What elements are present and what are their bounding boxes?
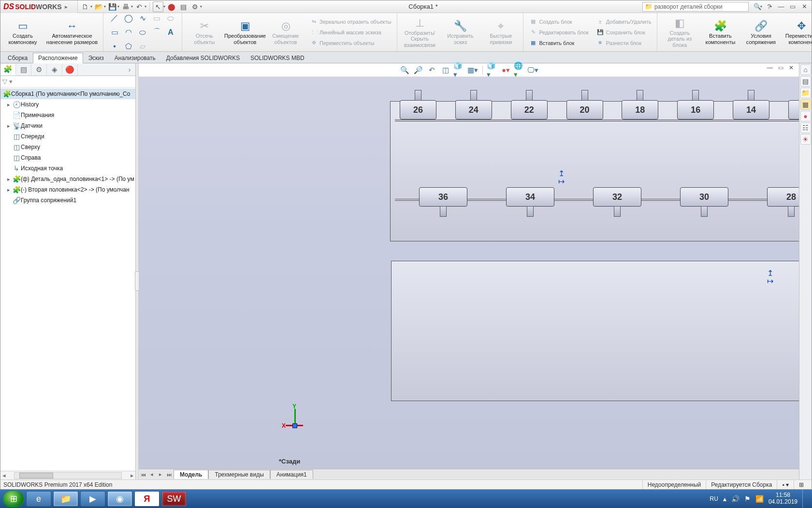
tab-nav-next[interactable]: ▸ bbox=[156, 471, 165, 478]
taskbar-solidworks[interactable]: SW bbox=[161, 491, 187, 507]
zoom-area-button[interactable]: 🔎 bbox=[413, 65, 424, 75]
save-button[interactable]: 💾 bbox=[107, 1, 117, 12]
status-unit-button[interactable]: ▪ ▾ bbox=[777, 480, 794, 489]
tree-item[interactable]: ▸🧩(ф) Деталь_одна_половинка<1> -> (По ум bbox=[0, 174, 135, 184]
section-view-button[interactable]: ◫ bbox=[440, 65, 451, 75]
tree-item[interactable]: ▸🕘History bbox=[0, 99, 135, 110]
tab-nav-first[interactable]: ⏮ bbox=[139, 472, 147, 478]
tree-item[interactable]: ◫Справа bbox=[0, 152, 135, 163]
resources-tab[interactable]: ▤ bbox=[800, 76, 811, 87]
mdi-min-button[interactable]: — bbox=[765, 63, 775, 72]
line-icon[interactable]: ／ bbox=[108, 12, 121, 25]
rebuild-button[interactable]: ⬤ bbox=[166, 1, 177, 12]
save-block-button[interactable]: 💾Сохранить блок bbox=[594, 28, 653, 37]
move-entities-button[interactable]: ✥Переместить объекты bbox=[308, 38, 393, 48]
model-canvas[interactable]: 2624222018161412 ↥↦ 3634323028 ↥↦ Y X *С… bbox=[139, 77, 799, 469]
insert-block-button[interactable]: ▦Вставить блок bbox=[527, 38, 590, 48]
make-part-button[interactable]: ◧Создать деталь из блока bbox=[659, 13, 700, 51]
spline-icon[interactable]: ∿ bbox=[136, 12, 149, 25]
new-file-button[interactable]: 🗋 bbox=[80, 1, 90, 12]
tree-item[interactable]: ↳Исходная точка bbox=[0, 163, 135, 174]
forum-tab[interactable]: ☀ bbox=[800, 134, 811, 145]
select-button[interactable]: ↖ bbox=[153, 1, 163, 12]
tree-item[interactable]: 📄Примечания bbox=[0, 110, 135, 120]
help-button[interactable]: ?▾ bbox=[764, 2, 775, 12]
tree-item[interactable]: 🔗Группа сопряжений1 bbox=[0, 195, 135, 206]
create-layout-button[interactable]: ▭ Создать компоновку bbox=[2, 13, 43, 51]
taskbar-yandex[interactable]: Я bbox=[134, 491, 160, 507]
slot-icon[interactable]: ⬭ bbox=[164, 12, 177, 25]
appearances-tab[interactable]: ● bbox=[800, 111, 811, 121]
taskbar-chrome[interactable]: ◉ bbox=[107, 491, 132, 507]
tree-item[interactable]: ▸📡Датчики bbox=[0, 120, 135, 131]
tree-root[interactable]: 🧩 Сборка1 (По умолчанию<По умолчанию_Со bbox=[0, 89, 135, 99]
cm-tab-2[interactable]: Эскиз bbox=[83, 53, 109, 63]
mates-button[interactable]: 🔗Условия сопряжения bbox=[740, 13, 781, 51]
appearance-button[interactable]: ●▾ bbox=[500, 65, 512, 75]
text-icon[interactable]: A bbox=[164, 26, 177, 39]
cm-tab-1[interactable]: Расположение bbox=[33, 53, 83, 63]
options-button[interactable]: ▤ bbox=[178, 1, 188, 12]
feature-tree-tab[interactable]: 🧩 bbox=[0, 64, 16, 75]
make-block-button[interactable]: ▦Создать блок bbox=[527, 17, 590, 27]
taskbar-explorer[interactable]: 📁 bbox=[53, 491, 78, 507]
tray-up-icon[interactable]: ▴ bbox=[723, 495, 726, 503]
tray-clock[interactable]: 11:58 04.01.2019 bbox=[768, 492, 798, 506]
scene-button[interactable]: 🌐▾ bbox=[514, 65, 525, 75]
arc-icon[interactable]: ◠ bbox=[122, 26, 135, 39]
view-palette-tab[interactable]: ▦ bbox=[800, 99, 811, 110]
tray-volume-icon[interactable]: 🔊 bbox=[731, 495, 740, 503]
start-button[interactable]: ⊞ bbox=[3, 491, 24, 507]
taskbar-ie[interactable]: e bbox=[26, 491, 51, 507]
doc-tab-1[interactable]: Трехмерные виды bbox=[208, 470, 270, 479]
quick-snaps-button[interactable]: ⌖Быстрые привязки bbox=[480, 13, 521, 51]
library-tab[interactable]: 📁 bbox=[800, 88, 811, 98]
prev-view-button[interactable]: ↶ bbox=[426, 65, 438, 75]
tree-hscroll[interactable]: ◂ ▸ bbox=[0, 471, 135, 479]
doc-tab-2[interactable]: Анимация1 bbox=[270, 470, 313, 479]
add-remove-button[interactable]: ±Добавить/Удалить bbox=[594, 17, 653, 27]
display-tab[interactable]: 🔴 bbox=[62, 64, 78, 75]
panel-expand-button[interactable]: › bbox=[124, 66, 135, 74]
rect2-icon[interactable]: ▭ bbox=[108, 26, 121, 39]
hide-show-button[interactable]: 🧊▾ bbox=[487, 65, 498, 75]
linear-pattern-button[interactable]: ⋮⋮Линейный массив эскиза bbox=[308, 28, 393, 37]
open-file-button[interactable]: 📂 bbox=[93, 1, 104, 12]
mirror-button[interactable]: ⇋Зеркально отразить объекты bbox=[308, 17, 393, 27]
tree-item[interactable]: ▸🧩(-) Вторая половинка<2> -> (По умолчан bbox=[0, 184, 135, 195]
tray-network-icon[interactable]: 📶 bbox=[755, 495, 764, 503]
explode-block-button[interactable]: ✸Разнести блок bbox=[594, 38, 653, 48]
insert-components-button[interactable]: 🧩Вставить компоненты bbox=[700, 13, 740, 51]
show-desktop-button[interactable] bbox=[802, 490, 809, 508]
command-search[interactable]: 📁 bbox=[642, 2, 749, 12]
property-tab[interactable]: ▤ bbox=[16, 64, 31, 75]
undo-button[interactable]: ↶ bbox=[134, 1, 145, 12]
mdi-close-button[interactable]: ✕ bbox=[786, 63, 796, 72]
rect-icon[interactable]: ▭ bbox=[150, 12, 163, 25]
cm-tab-4[interactable]: Добавления SOLIDWORKS bbox=[161, 53, 246, 63]
convert-button[interactable]: ▣Преобразование объектов bbox=[225, 13, 265, 51]
circle-icon[interactable]: ◯ bbox=[122, 12, 135, 25]
cm-tab-0[interactable]: Сборка bbox=[2, 53, 33, 63]
search-button[interactable]: 🔍▾ bbox=[753, 2, 763, 12]
tab-nav-last[interactable]: ⏭ bbox=[165, 472, 174, 478]
custom-props-tab[interactable]: ☷ bbox=[800, 122, 811, 133]
display-style-button[interactable]: ▦▾ bbox=[467, 65, 478, 75]
taskbar-media[interactable]: ▶ bbox=[80, 491, 105, 507]
minimize-button[interactable]: — bbox=[776, 2, 786, 12]
edit-block-button[interactable]: ✎Редактировать блок bbox=[527, 28, 590, 37]
tree-item[interactable]: ◫Сверху bbox=[0, 142, 135, 152]
close-button[interactable]: ✕ bbox=[799, 2, 810, 12]
cm-tab-5[interactable]: SOLIDWORKS MBD bbox=[245, 53, 309, 63]
view-orient-button[interactable]: 🧊▾ bbox=[453, 65, 465, 75]
point-icon[interactable]: • bbox=[108, 40, 121, 53]
tray-lang[interactable]: RU bbox=[710, 495, 718, 502]
auto-dim-button[interactable]: ↔ Автоматическое нанесение размеров bbox=[43, 13, 101, 51]
fillet-icon[interactable]: ⌒ bbox=[150, 26, 163, 39]
show-hide-button[interactable]: ⊥Отобразить/Скрыть взаимосвязи bbox=[399, 13, 440, 51]
dim-tab[interactable]: ◈ bbox=[47, 64, 62, 75]
tab-nav-prev[interactable]: ◂ bbox=[147, 471, 156, 478]
status-view-button[interactable]: ⊞ bbox=[794, 480, 809, 489]
polygon-icon[interactable]: ⬠ bbox=[122, 40, 135, 53]
cm-tab-3[interactable]: Анализировать bbox=[109, 53, 161, 63]
